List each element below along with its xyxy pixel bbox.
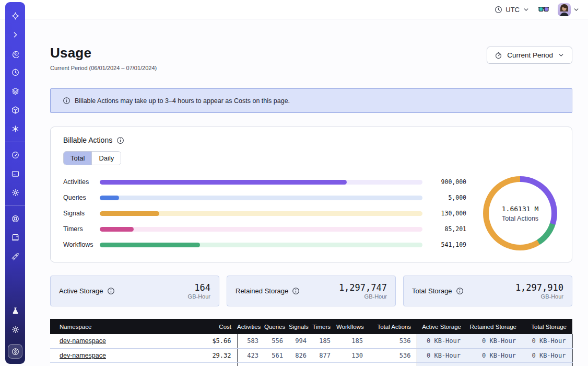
top-bar: UTC bbox=[0, 0, 588, 19]
namespace-link[interactable]: dev-namespace bbox=[60, 352, 106, 359]
namespace-link[interactable]: dev-namespace bbox=[60, 337, 106, 345]
bar-label: Workflows bbox=[63, 241, 100, 248]
docs-book-icon[interactable] bbox=[11, 233, 20, 242]
cell-workflows: 130 bbox=[336, 348, 369, 362]
bar-label: Signals bbox=[63, 210, 100, 217]
bar-value: 130,000 bbox=[428, 210, 466, 217]
retained-storage-card: Retained Storage 1,297,747 GB-Hour bbox=[227, 276, 396, 306]
cell-queries: 556 bbox=[264, 334, 289, 348]
bar-value: 900,000 bbox=[428, 178, 466, 186]
bar-fill bbox=[100, 227, 134, 232]
getting-started-rocket-icon[interactable] bbox=[11, 252, 20, 261]
storage-card-label: Active Storage bbox=[59, 287, 103, 295]
tab-daily[interactable]: Daily bbox=[91, 152, 121, 165]
bar-row-activities: Activities 900,000 bbox=[63, 178, 466, 186]
billable-actions-chart: Activities 900,000 Queries 5,000 Signals… bbox=[63, 176, 559, 250]
storage-card-value: 164 bbox=[188, 282, 210, 293]
schedules-clock-icon[interactable] bbox=[11, 68, 20, 77]
banner-text: Billable Actions may take up to 3–4 hour… bbox=[75, 97, 290, 105]
info-icon[interactable] bbox=[292, 287, 300, 295]
info-icon[interactable] bbox=[107, 287, 115, 295]
col-header-total-actions: Total Actions bbox=[369, 319, 417, 334]
storage-card-label: Total Storage bbox=[412, 287, 452, 295]
cell-activities: 423 bbox=[237, 348, 264, 362]
storage-card-unit: GB-Hour bbox=[339, 293, 387, 300]
layers-stack-icon[interactable] bbox=[11, 87, 20, 96]
chevron-down-icon bbox=[523, 6, 530, 13]
cell-timers: 877 bbox=[312, 348, 336, 362]
sidebar-divider bbox=[5, 205, 25, 206]
cell-signals: 994 bbox=[289, 334, 312, 348]
period-selector-button[interactable]: Current Period bbox=[487, 47, 572, 64]
billing-card-icon[interactable] bbox=[11, 169, 20, 178]
table-row: dev-namespace $5.66 583 556 994 185 185 … bbox=[50, 334, 572, 348]
bar-label: Activities bbox=[63, 178, 100, 186]
clock-icon bbox=[495, 6, 502, 14]
table-row: dev-namespace $3.35 492 536 883 816 600 … bbox=[50, 362, 572, 366]
col-header-namespace: Namespace bbox=[50, 319, 205, 334]
col-header-cost: Cost bbox=[205, 319, 237, 334]
cell-workflows: 600 bbox=[336, 362, 369, 366]
tab-total[interactable]: Total bbox=[64, 152, 91, 165]
billable-actions-title: Billable Actions bbox=[63, 136, 112, 144]
bar-track bbox=[100, 196, 422, 200]
bar-fill bbox=[100, 211, 159, 216]
usage-dollar-button[interactable] bbox=[8, 344, 22, 359]
settings-gear-icon[interactable] bbox=[11, 188, 20, 197]
donut-center-value: 1.66131 M bbox=[502, 205, 538, 213]
cell-cost: $3.35 bbox=[205, 362, 237, 366]
total-actions-donut: 1.66131 M Total Actions bbox=[483, 176, 557, 250]
info-icon[interactable] bbox=[456, 287, 464, 295]
donut-chart: 1.66131 M Total Actions bbox=[483, 176, 557, 250]
bar-fill bbox=[100, 243, 200, 247]
namespace-usage-table: Namespace Cost Activities Queries Signal… bbox=[50, 319, 573, 366]
bar-track bbox=[100, 243, 422, 247]
namespaces-spiral-icon[interactable] bbox=[11, 49, 20, 58]
storage-card-unit: GB-Hour bbox=[515, 293, 563, 300]
col-header-queries: Queries bbox=[264, 319, 289, 334]
cell-active-storage: 0 KB-Hour bbox=[417, 348, 467, 362]
billable-actions-card: Billable Actions Total Daily Activities … bbox=[50, 127, 572, 262]
cell-total-storage: 0 KB-Hour bbox=[522, 348, 572, 362]
cell-timers: 816 bbox=[312, 362, 336, 366]
feedback-glasses-button[interactable] bbox=[538, 6, 549, 13]
info-icon[interactable] bbox=[116, 136, 124, 144]
info-banner: Billable Actions may take up to 3–4 hour… bbox=[50, 88, 572, 113]
bar-row-signals: Signals 130,000 bbox=[63, 210, 466, 217]
chevron-down-icon bbox=[573, 6, 580, 13]
theme-sun-icon[interactable] bbox=[11, 325, 20, 334]
cell-cost: 29.32 bbox=[205, 348, 237, 362]
col-header-activities: Activities bbox=[237, 319, 264, 334]
cell-queries: 536 bbox=[264, 362, 289, 366]
support-circle-x-icon[interactable] bbox=[11, 214, 20, 223]
cell-workflows: 185 bbox=[336, 334, 369, 348]
col-header-total-storage: Total Storage bbox=[522, 319, 572, 334]
labs-flask-icon[interactable] bbox=[11, 306, 20, 315]
usage-gauge-icon[interactable] bbox=[11, 151, 20, 159]
cell-active-storage: 0 KB-Hour bbox=[417, 334, 467, 348]
page-subtitle: Current Period (06/01/2024 – 07/01/2024) bbox=[50, 65, 157, 71]
table-row: dev-namespace 29.32 423 561 826 877 130 … bbox=[50, 348, 572, 362]
deployments-cube-icon[interactable] bbox=[11, 106, 20, 115]
donut-center-label: Total Actions bbox=[502, 215, 538, 222]
cell-activities: 583 bbox=[237, 334, 264, 348]
cell-signals: 826 bbox=[289, 348, 312, 362]
bar-track bbox=[100, 180, 422, 185]
bar-row-queries: Queries 5,000 bbox=[63, 194, 466, 201]
cell-timers: 185 bbox=[312, 334, 336, 348]
timezone-selector[interactable]: UTC bbox=[495, 6, 530, 14]
user-menu[interactable] bbox=[558, 3, 580, 16]
bar-label: Timers bbox=[63, 225, 100, 233]
bar-label: Queries bbox=[63, 194, 100, 201]
nexus-asterisk-icon[interactable] bbox=[11, 124, 20, 133]
bar-row-timers: Timers 85,201 bbox=[63, 225, 466, 233]
temporal-logo-icon[interactable] bbox=[11, 12, 20, 20]
collapse-chevron-icon[interactable] bbox=[11, 30, 20, 39]
table-header-row: Namespace Cost Activities Queries Signal… bbox=[50, 319, 572, 334]
main-content: Usage Current Period (06/01/2024 – 07/01… bbox=[0, 19, 588, 366]
stopwatch-icon bbox=[495, 51, 502, 59]
cell-retained-storage: 0 KB-Hour bbox=[467, 348, 522, 362]
bar-value: 541,109 bbox=[428, 241, 466, 248]
page-title: Usage bbox=[50, 45, 157, 61]
bar-row-workflows: Workflows 541,109 bbox=[63, 241, 466, 248]
